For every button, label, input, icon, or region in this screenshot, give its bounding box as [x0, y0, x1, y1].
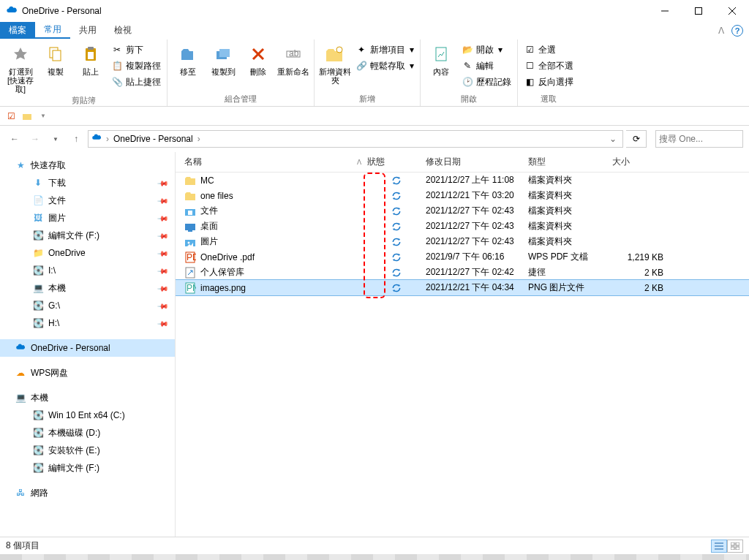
nav-edit-files-f[interactable]: 💽編輯文件 (F:)📌 [0, 227, 175, 244]
file-date: 2021/12/27 下午 02:43 [426, 235, 528, 248]
paste-button[interactable]: 貼上 [75, 41, 107, 76]
search-box[interactable]: ⌕ [655, 130, 743, 148]
nav-onedrive-folder[interactable]: 📁OneDrive📌 [0, 244, 175, 262]
nav-onedrive-personal[interactable]: OneDrive - Personal [0, 339, 175, 357]
help-icon[interactable]: ? [731, 25, 743, 37]
qat-check-icon[interactable]: ☑ [4, 110, 18, 123]
delete-icon [246, 42, 270, 66]
new-folder-button[interactable]: 新增資料夾 [319, 41, 351, 85]
address-dropdown-icon[interactable]: ⌄ [606, 134, 620, 144]
svg-rect-25 [188, 230, 192, 232]
edit-icon: ✎ [462, 60, 473, 72]
history-button[interactable]: 🕑歷程記錄 [460, 75, 513, 89]
drive-icon: 💽 [32, 444, 44, 456]
select-none-button[interactable]: ☐全部不選 [522, 58, 575, 73]
pin-icon: 📌 [157, 177, 169, 189]
collapse-ribbon-icon[interactable]: ᐱ [718, 26, 724, 36]
nav-win10-c[interactable]: 💽Win 10 Ent x64 (C:) [0, 406, 175, 424]
nav-wps-cloud[interactable]: ☁WPS网盘 [0, 364, 175, 382]
item-count: 8 個項目 [6, 540, 39, 552]
breadcrumb[interactable]: OneDrive - Personal ⌄ [88, 130, 623, 148]
table-row[interactable]: 文件2021/12/27 下午 02:43檔案資料夾 [176, 203, 749, 219]
table-row[interactable]: MC2021/12/27 上午 11:08檔案資料夾 [176, 173, 749, 188]
svg-rect-7 [88, 47, 94, 50]
col-type[interactable]: 類型 [528, 156, 612, 168]
easy-access-button[interactable]: 🔗輕鬆存取▾ [354, 58, 415, 73]
up-button[interactable]: ↑ [67, 130, 85, 148]
properties-button[interactable]: 內容 [425, 41, 457, 76]
maximize-button[interactable] [682, 0, 715, 22]
tab-view[interactable]: 檢視 [105, 22, 140, 39]
col-modified[interactable]: 修改日期 [426, 156, 528, 168]
table-row[interactable]: 圖片2021/12/27 下午 02:43檔案資料夾 [176, 234, 749, 249]
table-row[interactable]: PNGimages.png2021/12/21 下午 04:34PNG 图片文件… [176, 280, 749, 295]
close-button[interactable] [715, 0, 749, 22]
qat-folder-icon[interactable] [20, 110, 34, 123]
open-button[interactable]: 📂開啟▾ [460, 42, 513, 57]
col-status[interactable]: 狀態 [367, 156, 426, 168]
nav-drive-i[interactable]: 💽I:\📌 [0, 262, 175, 279]
nav-quick-access[interactable]: ★快速存取 [0, 156, 175, 174]
edit-button[interactable]: ✎編輯 [460, 58, 513, 73]
nav-drive-h[interactable]: 💽H:\📌 [0, 314, 175, 332]
nav-this-pc-short[interactable]: 💻本機📌 [0, 279, 175, 297]
svg-point-17 [336, 47, 342, 53]
nav-this-pc[interactable]: 💻本機 [0, 389, 175, 406]
col-name[interactable]: 名稱ᐱ [184, 156, 367, 168]
file-date: 2021/12/27 下午 02:43 [426, 220, 528, 232]
qat-dropdown-icon[interactable]: ▼ [37, 110, 50, 123]
nav-local-d[interactable]: 💽本機磁碟 (D:) [0, 424, 175, 442]
nav-downloads[interactable]: ⬇下載📌 [0, 174, 175, 192]
nav-edit-f[interactable]: 💽編輯文件 (F:) [0, 459, 175, 477]
onedrive-icon [91, 133, 102, 145]
delete-button[interactable]: 刪除 [242, 41, 274, 76]
copy-to-button[interactable]: 複製到 [207, 41, 239, 76]
invert-selection-button[interactable]: ◧反向選擇 [522, 75, 575, 89]
back-button[interactable]: ← [6, 130, 23, 148]
move-to-button[interactable]: 移至 [172, 41, 204, 76]
nav-documents[interactable]: 📄文件📌 [0, 192, 175, 209]
copy-button[interactable]: 複製 [39, 41, 72, 76]
recent-dropdown[interactable]: ▼ [47, 130, 64, 148]
new-item-button[interactable]: ✦新增項目▾ [354, 42, 415, 57]
copy-path-button[interactable]: 📋複製路徑 [110, 58, 162, 73]
download-icon: ⬇ [32, 177, 44, 189]
svg-text:PNG: PNG [187, 283, 196, 293]
tab-home[interactable]: 常用 [35, 22, 70, 39]
nav-network[interactable]: 🖧網路 [0, 484, 175, 502]
file-name: 文件 [200, 205, 218, 217]
table-row[interactable]: 个人保管库2021/12/27 下午 02:42捷徑2 KB [176, 265, 749, 280]
nav-install-e[interactable]: 💽安裝软件 (E:) [0, 442, 175, 459]
rename-icon: ab [282, 42, 305, 66]
group-open: 內容 📂開啟▾ ✎編輯 🕑歷程記錄 開啟 [421, 39, 518, 106]
file-size: 2 KB [612, 283, 663, 293]
tab-file[interactable]: 檔案 [0, 22, 35, 39]
col-size[interactable]: 大小 [612, 156, 663, 168]
minimize-button[interactable] [648, 0, 682, 22]
table-row[interactable]: 桌面2021/12/27 下午 02:43檔案資料夾 [176, 219, 749, 234]
pin-quick-access-button[interactable]: 釘選到 [快速存取] [4, 41, 37, 94]
tab-share[interactable]: 共用 [70, 22, 105, 39]
paste-shortcut-button[interactable]: 📎貼上捷徑 [110, 75, 162, 89]
forward-button[interactable]: → [26, 130, 44, 148]
search-input[interactable] [659, 134, 749, 144]
details-view-button[interactable] [711, 540, 727, 553]
window-title: OneDrive - Personal [22, 6, 648, 16]
refresh-button[interactable]: ⟳ [626, 130, 647, 148]
sync-status [367, 283, 426, 293]
thumbnails-view-button[interactable] [727, 540, 743, 553]
nav-drive-g[interactable]: 💽G:\📌 [0, 297, 175, 314]
file-size: 1,219 KB [612, 252, 663, 262]
cut-button[interactable]: ✂剪下 [110, 42, 162, 57]
drive-icon: 💽 [32, 230, 44, 241]
rename-button[interactable]: ab重新命名 [277, 41, 309, 76]
breadcrumb-location[interactable]: OneDrive - Personal [113, 134, 193, 144]
table-row[interactable]: one files2021/12/21 下午 03:20檔案資料夾 [176, 188, 749, 203]
scissors-icon: ✂ [111, 44, 123, 56]
nav-pictures[interactable]: 🖼圖片📌 [0, 209, 175, 227]
table-row[interactable]: PDFOneDrive .pdf2021/9/7 下午 06:16WPS PDF… [176, 249, 749, 265]
file-type: 捷徑 [528, 266, 612, 279]
svg-rect-24 [185, 224, 195, 230]
network-icon: 🖧 [15, 487, 26, 499]
select-all-button[interactable]: ☑全選 [522, 42, 575, 57]
